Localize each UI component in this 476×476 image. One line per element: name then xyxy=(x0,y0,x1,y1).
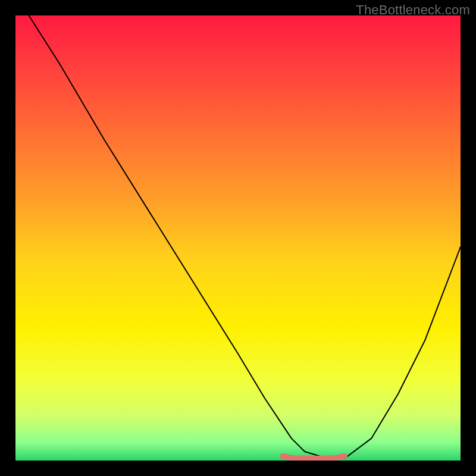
chart-svg xyxy=(15,15,461,461)
chart-frame: TheBottleneck.com xyxy=(0,0,476,476)
plot-area xyxy=(15,15,461,461)
bottleneck-band xyxy=(283,456,345,459)
gradient-background xyxy=(15,15,461,461)
